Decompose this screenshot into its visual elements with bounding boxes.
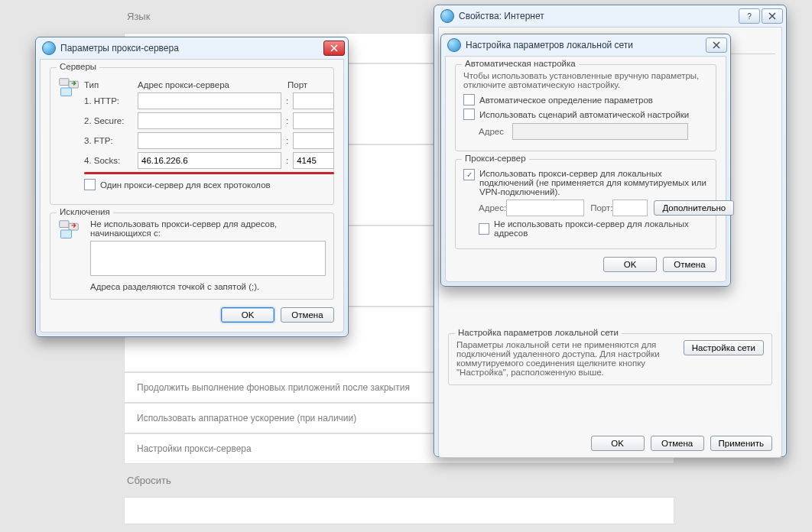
highlight-underline xyxy=(84,172,334,174)
exceptions-icon xyxy=(58,219,80,241)
lan-settings-button[interactable]: Настройка сети xyxy=(684,340,764,355)
proxy-addr-label: Адрес: xyxy=(479,203,506,212)
proxy-icon xyxy=(58,77,80,99)
ok-button[interactable]: OK xyxy=(603,257,657,272)
lan-group-text: Параметры локальной сети не применяются … xyxy=(456,340,676,377)
auto-config-fieldset: Автоматическая настройка Чтобы использов… xyxy=(455,64,716,151)
use-proxy-label: Использовать прокси-сервер для локальных… xyxy=(479,169,708,196)
row-ftp-label: 3. FTP: xyxy=(84,136,138,145)
row-socks-label: 4. Socks: xyxy=(84,156,138,165)
close-icon[interactable] xyxy=(706,37,727,53)
globe-icon xyxy=(42,41,56,55)
close-icon[interactable] xyxy=(323,41,345,56)
proxy-settings-dialog: Параметры прокси-сервера Серверы xyxy=(35,37,349,337)
lan-group: Настройка параметров локальной сети Пара… xyxy=(448,333,772,385)
help-icon[interactable]: ? xyxy=(739,8,760,24)
ftp-address-input[interactable] xyxy=(138,132,281,149)
globe-icon xyxy=(447,38,461,52)
auto-script-checkbox[interactable] xyxy=(463,109,475,120)
bypass-local-checkbox[interactable] xyxy=(479,223,489,235)
exceptions-legend: Исключения xyxy=(57,207,113,216)
auto-detect-label: Автоматическое определение параметров xyxy=(479,96,653,105)
cancel-button[interactable]: Отмена xyxy=(651,436,704,451)
http-port-input[interactable] xyxy=(293,92,334,109)
lan-titlebar[interactable]: Настройка параметров локальной сети xyxy=(441,34,730,56)
auto-config-text: Чтобы использовать установленные вручную… xyxy=(463,71,708,89)
servers-fieldset: Серверы Тип Адрес прокси-сервера xyxy=(50,67,334,205)
proxy-port-label: Порт: xyxy=(590,203,612,212)
cancel-button[interactable]: Отмена xyxy=(663,257,716,272)
close-icon[interactable] xyxy=(762,8,783,24)
socks-port-input[interactable] xyxy=(293,152,334,169)
svg-rect-0 xyxy=(60,79,69,86)
auto-addr-input xyxy=(512,123,688,140)
secure-port-input[interactable] xyxy=(293,112,334,129)
svg-rect-3 xyxy=(60,221,69,228)
globe-icon xyxy=(440,9,454,23)
advanced-button[interactable]: Дополнительно xyxy=(654,200,734,216)
row-http-label: 1. HTTP: xyxy=(84,96,138,105)
proxy-dialog-titlebar[interactable]: Параметры прокси-сервера xyxy=(36,37,348,59)
use-proxy-checkbox[interactable]: ✓ xyxy=(463,169,475,180)
svg-rect-2 xyxy=(61,88,72,96)
cancel-button[interactable]: Отмена xyxy=(281,307,334,323)
bg-spacer-5 xyxy=(124,497,674,524)
ok-button[interactable]: OK xyxy=(221,307,274,323)
exceptions-hint: Адреса разделяются точкой с запятой (;). xyxy=(90,282,326,291)
servers-legend: Серверы xyxy=(57,62,99,71)
ok-button[interactable]: OK xyxy=(591,436,645,451)
lan-group-legend: Настройка параметров локальной сети xyxy=(455,328,622,337)
bg-reset-header: Сбросить xyxy=(124,464,674,497)
http-address-input[interactable] xyxy=(138,92,281,109)
socks-address-input[interactable] xyxy=(138,152,281,169)
exceptions-textarea[interactable] xyxy=(90,241,326,276)
proxy-addr-input[interactable] xyxy=(506,200,584,216)
proxy-server-fieldset: Прокси-сервер ✓ Использовать прокси-серв… xyxy=(455,159,716,249)
same-proxy-checkbox[interactable] xyxy=(84,179,96,190)
proxy-dialog-title: Параметры прокси-сервера xyxy=(60,43,323,54)
auto-addr-label: Адрес xyxy=(479,127,512,136)
proxy-server-legend: Прокси-сервер xyxy=(462,154,529,163)
svg-rect-5 xyxy=(61,230,72,238)
col-port: Порт xyxy=(287,80,307,89)
secure-address-input[interactable] xyxy=(138,112,281,129)
exceptions-fieldset: Исключения Не использовать прокси-сервер… xyxy=(50,212,334,300)
inet-title: Свойства: Интернет xyxy=(459,11,739,21)
auto-config-legend: Автоматическая настройка xyxy=(462,59,579,68)
lan-settings-dialog: Настройка параметров локальной сети Авто… xyxy=(440,34,731,287)
proxy-port-input[interactable] xyxy=(612,200,648,216)
bypass-local-label: Не использовать прокси-сервер для локаль… xyxy=(494,219,708,238)
apply-button[interactable]: Применить xyxy=(710,436,772,451)
exceptions-text: Не использовать прокси-сервер для адресо… xyxy=(90,219,326,238)
auto-script-label: Использовать сценарий автоматической нас… xyxy=(479,110,689,119)
col-type: Тип xyxy=(84,80,138,89)
row-secure-label: 2. Secure: xyxy=(84,116,138,125)
auto-detect-checkbox[interactable] xyxy=(463,94,475,105)
lan-title: Настройка параметров локальной сети xyxy=(466,40,706,50)
same-proxy-label: Один прокси-сервер для всех протоколов xyxy=(100,180,271,190)
ftp-port-input[interactable] xyxy=(293,132,334,149)
inet-titlebar[interactable]: Свойства: Интернет ? xyxy=(434,5,786,27)
col-addr: Адрес прокси-сервера xyxy=(138,80,277,89)
